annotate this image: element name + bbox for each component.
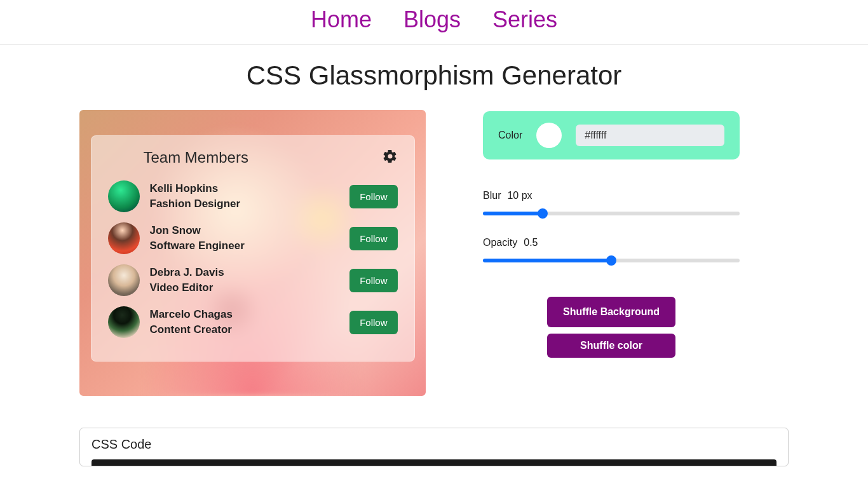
css-code-heading: CSS Code [92,437,776,452]
color-control: Color [483,111,740,159]
shuffle-color-button[interactable]: Shuffle color [547,334,675,358]
preview-panel: Team Members Kelli Hopkins Fashion Desig… [79,110,426,396]
blur-label: Blur [483,190,501,201]
member-row: Kelli Hopkins Fashion Designer Follow [105,175,400,217]
member-name: Marcelo Chagas [150,308,340,321]
member-role: Content Creator [150,323,340,336]
gear-icon[interactable] [383,149,398,166]
follow-button[interactable]: Follow [349,311,397,334]
nav-home[interactable]: Home [311,6,372,33]
member-role: Software Engineer [150,240,340,252]
avatar [108,264,140,296]
card-title: Team Members [144,149,248,166]
nav-series[interactable]: Series [492,6,557,33]
controls-panel: Color Blur 10 px Opacity 0.5 Shuffle Bac… [483,110,740,396]
nav-blogs[interactable]: Blogs [403,6,461,33]
opacity-label: Opacity [483,237,517,248]
avatar [108,306,140,338]
shuffle-background-button[interactable]: Shuffle Background [547,297,675,327]
color-swatch[interactable] [536,123,562,148]
follow-button[interactable]: Follow [349,269,397,292]
avatar [108,180,140,212]
blur-slider[interactable] [483,212,740,215]
opacity-slider[interactable] [483,259,740,262]
css-code-section: CSS Code [79,428,789,466]
opacity-control: Opacity 0.5 [483,237,740,265]
member-name: Kelli Hopkins [150,182,340,195]
blur-value: 10 px [507,190,532,201]
glass-card: Team Members Kelli Hopkins Fashion Desig… [91,135,415,362]
member-row: Debra J. Davis Video Editor Follow [105,259,400,301]
opacity-value: 0.5 [524,237,538,248]
member-name: Jon Snow [150,224,340,237]
page-title: CSS Glassmorphism Generator [0,45,868,110]
member-name: Debra J. Davis [150,266,340,279]
color-input[interactable] [576,125,724,146]
css-code-block [92,459,776,466]
member-row: Marcelo Chagas Content Creator Follow [105,301,400,343]
follow-button[interactable]: Follow [349,227,397,250]
member-role: Fashion Designer [150,198,340,210]
member-row: Jon Snow Software Engineer Follow [105,217,400,259]
avatar [108,222,140,254]
member-role: Video Editor [150,281,340,294]
top-nav: Home Blogs Series [0,0,868,45]
blur-control: Blur 10 px [483,190,740,218]
color-label: Color [498,130,522,141]
follow-button[interactable]: Follow [349,185,397,208]
